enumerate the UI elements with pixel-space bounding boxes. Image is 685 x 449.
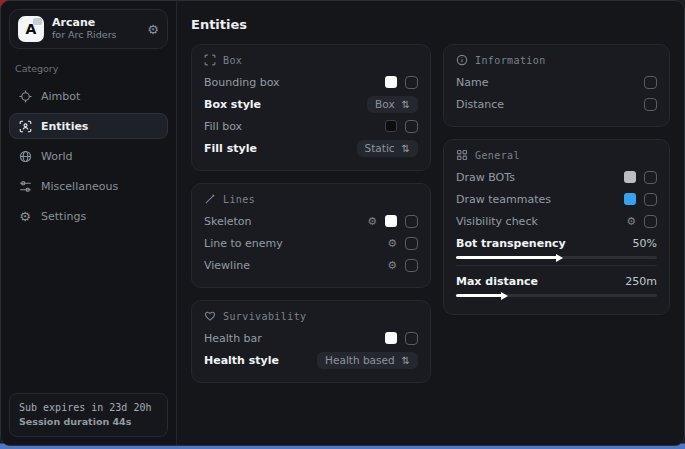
app-window: A Arcane for Arc Riders ⚙ Category Aimbo…	[0, 0, 685, 446]
setting-row: Visibility check ⚙	[456, 210, 657, 232]
color-swatch[interactable]	[385, 215, 397, 227]
gear-icon[interactable]: ⚙	[367, 216, 377, 227]
updown-arrows-icon: ⇅	[402, 355, 410, 366]
sidebar-item-settings[interactable]: ⚙ Settings	[9, 203, 168, 229]
setting-row: Skeleton ⚙	[204, 210, 418, 232]
card-title: Survivability	[223, 311, 306, 322]
sidebar-item-aimbot[interactable]: Aimbot	[9, 83, 168, 109]
setting-row: Health bar	[204, 327, 418, 349]
setting-label: Draw BOTs	[456, 171, 515, 184]
fill-style-dropdown[interactable]: Static ⇅	[357, 140, 418, 157]
slider-fill	[456, 256, 557, 259]
bot-transparency-slider[interactable]	[456, 256, 657, 259]
setting-label: Fill style	[204, 142, 257, 155]
setting-label: Health bar	[204, 332, 262, 345]
sub-expiry-text: Sub expires in 23d 20h	[19, 401, 158, 416]
scan-person-icon	[18, 120, 32, 133]
setting-label: Viewline	[204, 259, 250, 272]
setting-label: Bot transpenency	[456, 237, 566, 250]
health-bar-checkbox[interactable]	[405, 332, 418, 345]
card-title: Box	[223, 55, 242, 66]
setting-label: Line to enemy	[204, 237, 283, 250]
main-content: Entities Box Bounding box	[177, 1, 684, 445]
brackets-icon	[204, 54, 216, 66]
sidebar-item-label: Entities	[41, 120, 88, 133]
card-title: Information	[475, 55, 546, 66]
setting-row: Name	[456, 71, 657, 93]
setting-row: Viewline ⚙	[204, 254, 418, 276]
setting-label: Bounding box	[204, 76, 280, 89]
sidebar-item-miscellaneous[interactable]: Miscellaneous	[9, 173, 168, 199]
setting-label: Visibility check	[456, 215, 538, 228]
draw-bots-checkbox[interactable]	[644, 171, 657, 184]
setting-label: Max distance	[456, 275, 538, 288]
color-swatch[interactable]	[385, 332, 397, 344]
logo-letter: A	[26, 21, 37, 37]
setting-row: Health style Health based ⇅	[204, 349, 418, 371]
info-icon	[456, 54, 468, 66]
setting-label: Health style	[204, 354, 279, 367]
gear-icon: ⚙	[18, 209, 32, 224]
skeleton-checkbox[interactable]	[405, 215, 418, 228]
heart-pulse-icon	[204, 310, 216, 322]
sidebar-item-label: World	[41, 150, 73, 163]
crosshair-icon	[18, 90, 32, 103]
draw-teammates-checkbox[interactable]	[644, 193, 657, 206]
pencil-icon	[204, 193, 216, 205]
name-checkbox[interactable]	[644, 76, 657, 89]
setting-row: Fill box	[204, 115, 418, 137]
setting-label: Skeleton	[204, 215, 252, 228]
box-card: Box Bounding box Box style Box ⇅	[191, 44, 431, 171]
distance-checkbox[interactable]	[644, 98, 657, 111]
setting-row: Box style Box ⇅	[204, 93, 418, 115]
line-to-enemy-checkbox[interactable]	[405, 237, 418, 250]
page-title: Entities	[191, 17, 670, 32]
survivability-card: Survivability Health bar Health style He…	[191, 300, 431, 383]
slider-value: 50%	[633, 237, 657, 250]
color-swatch[interactable]	[385, 120, 397, 132]
health-style-dropdown[interactable]: Health based ⇅	[317, 352, 418, 369]
session-duration-text: Session duration 44s	[19, 415, 158, 429]
brand-card: A Arcane for Arc Riders ⚙	[9, 9, 168, 49]
visibility-check-checkbox[interactable]	[644, 215, 657, 228]
setting-row: Distance	[456, 93, 657, 115]
updown-arrows-icon: ⇅	[402, 143, 410, 154]
globe-icon	[18, 150, 32, 163]
app-logo: A	[18, 16, 44, 42]
gear-icon[interactable]: ⚙	[387, 260, 397, 271]
setting-row: Draw teammates	[456, 188, 657, 210]
lines-card: Lines Skeleton ⚙ Line to enemy ⚙	[191, 183, 431, 288]
setting-label: Fill box	[204, 120, 242, 133]
bounding-box-checkbox[interactable]	[405, 76, 418, 89]
color-swatch[interactable]	[624, 193, 636, 205]
dropdown-value: Health based	[325, 354, 395, 366]
dropdown-value: Static	[365, 142, 395, 154]
setting-row: Line to enemy ⚙	[204, 232, 418, 254]
dropdown-value: Box	[375, 98, 395, 110]
sidebar-item-label: Miscellaneous	[41, 180, 118, 193]
setting-label: Draw teammates	[456, 193, 551, 206]
sidebar: A Arcane for Arc Riders ⚙ Category Aimbo…	[1, 1, 177, 445]
color-swatch[interactable]	[624, 171, 636, 183]
color-swatch[interactable]	[385, 76, 397, 88]
setting-row: Draw BOTs	[456, 166, 657, 188]
viewline-checkbox[interactable]	[405, 259, 418, 272]
box-style-dropdown[interactable]: Box ⇅	[367, 96, 418, 113]
max-distance-slider[interactable]	[456, 294, 657, 297]
bot-transparency-setting: Bot transpenency 50%	[456, 234, 657, 259]
general-card: General Draw BOTs Draw teammates	[443, 139, 670, 315]
gear-icon[interactable]: ⚙	[147, 22, 159, 37]
sidebar-item-entities[interactable]: Entities	[9, 113, 168, 139]
updown-arrows-icon: ⇅	[402, 99, 410, 110]
gear-icon[interactable]: ⚙	[387, 238, 397, 249]
sidebar-item-world[interactable]: World	[9, 143, 168, 169]
grid-icon	[456, 149, 468, 161]
divider	[456, 265, 657, 266]
setting-label: Box style	[204, 98, 261, 111]
fill-box-checkbox[interactable]	[405, 120, 418, 133]
subscription-status: Sub expires in 23d 20h Session duration …	[9, 393, 168, 437]
app-title: Arcane	[52, 17, 139, 30]
max-distance-setting: Max distance 250m	[456, 272, 657, 297]
setting-label: Name	[456, 76, 488, 89]
gear-icon[interactable]: ⚙	[626, 216, 636, 227]
